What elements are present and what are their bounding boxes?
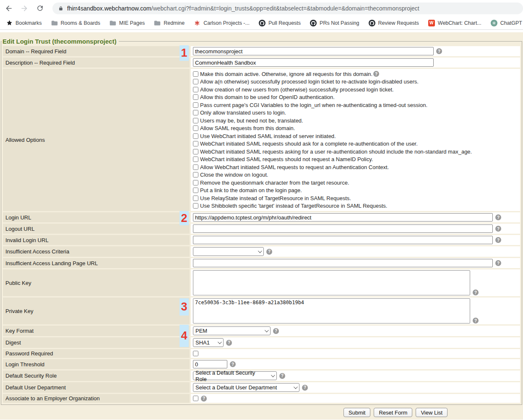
max-age-checkbox[interactable]	[193, 149, 198, 154]
bookmark-chatgpt[interactable]: ChatGPT	[491, 20, 522, 26]
digest-label: Digest	[5, 339, 21, 346]
allowed-option-row: Close the window on logout.	[193, 171, 518, 179]
digest-select[interactable]: SHA1	[193, 338, 224, 347]
pass-cgi-variables-checkbox[interactable]	[193, 102, 198, 108]
allowed-option-row: WebChart initiated SAML requests should …	[193, 140, 518, 148]
github-icon	[310, 20, 317, 26]
remove-questionmark-checkbox[interactable]	[193, 180, 198, 185]
password-required-checkbox[interactable]	[193, 351, 198, 356]
allowed-option-row: Allow a(n otherwise) successfully proces…	[193, 78, 518, 86]
public-key-textarea[interactable]	[193, 270, 470, 295]
password-required-label: Password Required	[5, 350, 53, 357]
insufficient-access-criteria-label: Insufficient Access Criteria	[5, 248, 69, 255]
authentication-context-checkbox[interactable]	[193, 164, 198, 170]
back-button[interactable]	[4, 4, 13, 13]
webchart-icon	[428, 20, 435, 26]
help-icon[interactable]	[226, 340, 232, 346]
default-user-department-select[interactable]: Select a Default User Department	[193, 383, 299, 392]
users-may-be-translated-checkbox[interactable]	[193, 118, 198, 123]
allowed-option-row: Use WebChart initiated SAML instead of s…	[193, 132, 518, 140]
bookmark-mie-pages[interactable]: MIE Pages	[109, 20, 145, 26]
submit-button[interactable]: Submit	[343, 408, 370, 417]
allowed-options-label: Allowed Options	[5, 137, 45, 143]
use-relaystate-checkbox[interactable]	[193, 196, 198, 201]
close-window-logout-checkbox[interactable]	[193, 172, 198, 177]
bookmark-bookmarks[interactable]: Bookmarks	[6, 20, 42, 26]
insufficient-access-criteria-select[interactable]	[193, 247, 264, 256]
invalid-login-url-input[interactable]	[193, 236, 493, 244]
carlson-asterisk-icon	[194, 20, 200, 26]
table-row-invalid-login-url: Invalid Login URL	[3, 235, 520, 245]
private-key-textarea[interactable]: 7ce50036-3c3b-11ee-8689-a21a380b19b4	[193, 298, 470, 323]
allowed-option-row: Use Shibboleth specific 'target' instead…	[193, 202, 518, 210]
table-row-default-user-department: Default User Department Select a Default…	[3, 382, 520, 393]
help-icon[interactable]	[266, 249, 272, 255]
help-icon[interactable]	[495, 237, 501, 243]
default-user-department-label: Default User Department	[5, 384, 66, 391]
bookmark-carlson-projects[interactable]: Carlson Projects -...	[194, 20, 250, 26]
reload-button[interactable]	[35, 4, 44, 13]
help-icon[interactable]	[495, 226, 501, 232]
bookmark-rooms-boards[interactable]: Rooms & Boards	[51, 20, 100, 26]
key-format-select[interactable]: PEM	[193, 326, 271, 335]
table-row-default-security-role: Default Security Role Select a Default S…	[3, 370, 520, 381]
bookmark-webchart[interactable]: WebChart: Chart...	[428, 20, 481, 26]
allowed-option-row: Users may be, but need not be, translate…	[193, 117, 518, 125]
default-security-role-label: Default Security Role	[5, 373, 57, 379]
default-security-role-select[interactable]: Select a Default Security Role	[193, 371, 277, 380]
webchart-initiated-saml-checkbox[interactable]	[193, 133, 198, 139]
help-icon[interactable]	[473, 290, 479, 295]
employer-organization-checkbox[interactable]	[193, 396, 198, 401]
annotation-4: 4	[180, 325, 189, 347]
url-domain: fhirr4sandbox.webchartnow.com	[67, 5, 151, 12]
chevron-down-icon	[258, 249, 262, 253]
help-icon[interactable]	[436, 48, 442, 54]
login-trust-form-table: Domain -- Required Field 1 Description -…	[2, 45, 521, 404]
table-row-login-threshold: Login Threshold	[3, 359, 520, 369]
domain-label-cell: Domain -- Required Field 1	[3, 46, 190, 56]
make-domain-active-checkbox[interactable]	[193, 71, 198, 77]
table-row-password-required: Password Required	[3, 349, 520, 358]
login-url-input[interactable]	[193, 213, 493, 222]
forward-button[interactable]	[20, 4, 29, 13]
bookmark-prs-not-passing[interactable]: PRs Not Passing	[310, 20, 359, 26]
reactivate-login-disabled-checkbox[interactable]	[193, 79, 198, 84]
login-threshold-input[interactable]	[193, 360, 227, 368]
shibboleth-target-checkbox[interactable]	[193, 203, 198, 209]
help-icon[interactable]	[201, 396, 207, 402]
help-icon[interactable]	[373, 71, 379, 77]
logout-url-input[interactable]	[193, 224, 493, 233]
login-threshold-label: Login Threshold	[5, 361, 44, 368]
bookmark-review-requests[interactable]: Review Requests	[369, 20, 419, 26]
address-bar[interactable]: fhirr4sandbox.webchartnow.com/webchart.c…	[52, 3, 523, 14]
link-on-login-page-checkbox[interactable]	[193, 188, 198, 193]
url-path: /webchart.cgi?f=admin&t=login_trusts&opp…	[151, 5, 419, 12]
allow-saml-requests-checkbox[interactable]	[193, 125, 198, 131]
allowed-option-row: Allow this domain to be used for OpenID …	[193, 94, 518, 102]
openid-authentication-checkbox[interactable]	[193, 94, 198, 100]
complete-reauthentication-checkbox[interactable]	[193, 141, 198, 146]
key-format-label: Key Format	[5, 328, 34, 334]
table-row-login-url: Login URL 2	[3, 212, 520, 222]
allowed-option-row: Allow WebChart initiated SAML requests t…	[193, 163, 518, 171]
help-icon[interactable]	[473, 318, 479, 323]
only-translated-users-checkbox[interactable]	[193, 110, 198, 115]
help-icon[interactable]	[273, 328, 279, 334]
allow-new-user-creation-checkbox[interactable]	[193, 87, 198, 92]
description-input[interactable]	[193, 58, 434, 67]
reset-form-button[interactable]: Reset Form	[374, 408, 412, 417]
help-icon[interactable]	[302, 385, 308, 391]
bookmark-pull-requests[interactable]: Pull Requests	[259, 20, 301, 26]
annotation-3: 3	[180, 298, 189, 316]
help-icon[interactable]	[279, 373, 285, 379]
table-row-key-format: Key Format 4 PEM	[3, 326, 520, 336]
domain-input[interactable]	[193, 47, 434, 55]
insufficient-access-landing-input[interactable]	[193, 259, 493, 267]
no-nameid-policy-checkbox[interactable]	[193, 157, 198, 162]
view-list-button[interactable]: View List	[416, 408, 448, 417]
help-icon[interactable]	[495, 260, 501, 266]
bookmark-redmine[interactable]: Redmine	[154, 20, 185, 26]
invalid-login-url-label: Invalid Login URL	[5, 237, 49, 243]
help-icon[interactable]	[230, 361, 236, 367]
help-icon[interactable]	[495, 214, 501, 220]
